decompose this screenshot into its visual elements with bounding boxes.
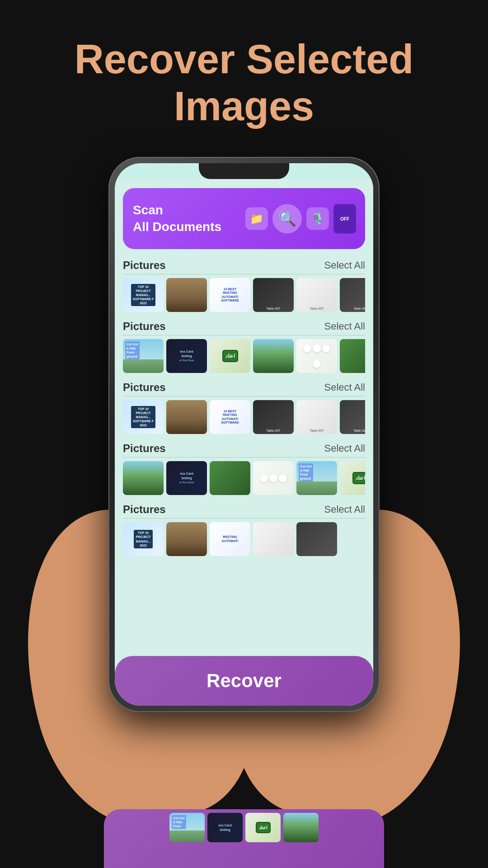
- bottom-thumb-2[interactable]: ess CardSetting: [207, 813, 243, 842]
- scan-banner[interactable]: Scan All Documents 📁 🔍 🎙️ OFF: [123, 188, 365, 249]
- phone-outer: Scan All Documents 📁 🔍 🎙️ OFF: [108, 157, 380, 712]
- section-1-select-all[interactable]: Select All: [324, 259, 366, 271]
- section-1-header: Pictures Select All: [123, 259, 365, 274]
- thumbnail-6[interactable]: Table-0W: [340, 278, 365, 312]
- thumbnail-2[interactable]: [166, 278, 207, 312]
- thumbnail-s3-4[interactable]: Table-00T: [253, 400, 294, 434]
- section-5-select-all[interactable]: Select All: [324, 504, 366, 515]
- thumbnail-cutout[interactable]: Cut Out& HairFromground: [123, 339, 164, 373]
- mic-icon: 🎙️: [306, 208, 329, 230]
- thumbnail-s4-4[interactable]: [253, 461, 294, 495]
- pictures-section-2: Pictures Select All Cut Out& HairFromgro…: [123, 320, 365, 373]
- recover-bar[interactable]: Recover: [115, 656, 373, 706]
- thumbnail-s5-5[interactable]: [296, 522, 337, 556]
- page-title: Recover Selected Images: [18, 36, 470, 130]
- pdf-icon: OFF: [333, 204, 356, 233]
- thumbnail-s4-6[interactable]: اعتاد: [340, 461, 365, 495]
- section-1-thumbnails: TOP 10PROJECTMANAG...SOFTWARE F2022: [123, 278, 365, 312]
- thumbnail-itad[interactable]: اعتاد: [210, 339, 250, 373]
- thumbnail-s3-3[interactable]: 10 BESTRKETINGAUTOMATISOFTWARE: [210, 400, 250, 434]
- section-1-title: Pictures: [123, 259, 166, 272]
- phone-screen: Scan All Documents 📁 🔍 🎙️ OFF: [115, 179, 373, 706]
- section-4-thumbnails: ess CardSettingof S/s/ flout: [123, 461, 365, 495]
- thumbnail-s4-3[interactable]: [210, 461, 250, 495]
- phone-inner: Scan All Documents 📁 🔍 🎙️ OFF: [115, 163, 373, 706]
- section-3-thumbnails: TOP 10PROJECTMANAG...SOFTWARE F2022 10 B…: [123, 400, 365, 434]
- bottom-thumb-4[interactable]: [283, 813, 319, 842]
- section-2-title: Pictures: [123, 320, 166, 333]
- folder-icon: 📁: [245, 208, 268, 230]
- thumbnail-s3-6[interactable]: Table-0W: [340, 400, 365, 434]
- phone-mockup: Scan All Documents 📁 🔍 🎙️ OFF: [108, 157, 380, 712]
- section-4-title: Pictures: [123, 442, 166, 455]
- thumbnail-green-mountain[interactable]: [253, 339, 294, 373]
- banner-text: Scan All Documents: [133, 202, 221, 235]
- pictures-section-3: Pictures Select All TOP 10PROJECTMANAG..…: [123, 381, 365, 434]
- page-background: Recover Selected Images Scan: [0, 0, 488, 868]
- section-2-header: Pictures Select All: [123, 320, 365, 335]
- thumbnail-s3-1[interactable]: TOP 10PROJECTMANAG...SOFTWARE F2022: [123, 400, 164, 434]
- banner-icons: 📁 🔍 🎙️ OFF: [245, 204, 356, 233]
- section-2-thumbnails: Cut Out& HairFromground ess CardSettingo…: [123, 339, 365, 373]
- section-3-header: Pictures Select All: [123, 381, 365, 396]
- recover-button-label: Recover: [206, 670, 282, 692]
- section-4-select-all[interactable]: Select All: [324, 443, 366, 454]
- section-5-title: Pictures: [123, 503, 166, 516]
- thumbnail-s5-4[interactable]: [253, 522, 294, 556]
- thumbnail-green-moss[interactable]: [340, 339, 365, 373]
- section-4-header: Pictures Select All: [123, 442, 365, 458]
- thumbnail-5[interactable]: Table-00T: [296, 278, 337, 312]
- thumbnail-s4-1[interactable]: [123, 461, 164, 495]
- pictures-section-5: Pictures Select All TOP 10PROJECTMANAG..…: [123, 503, 365, 556]
- section-5-thumbnails: TOP 10PROJECTMANAG...2022 RKETINGAUTOMAT…: [123, 522, 365, 556]
- thumbnail-s5-1[interactable]: TOP 10PROJECTMANAG...2022: [123, 522, 164, 556]
- thumbnail-s3-5[interactable]: Table-00T: [296, 400, 337, 434]
- section-5-header: Pictures Select All: [123, 503, 365, 519]
- section-3-select-all[interactable]: Select All: [324, 382, 366, 393]
- thumbnail-s4-2[interactable]: ess CardSettingof S/s/ flout: [166, 461, 207, 495]
- search-icon: 🔍: [272, 204, 302, 233]
- thumbnail-s5-3[interactable]: RKETINGAUTOMATI: [210, 522, 250, 556]
- screen-scroll: Scan All Documents 📁 🔍 🎙️ OFF: [115, 179, 373, 556]
- pictures-section-4: Pictures Select All: [123, 442, 365, 495]
- bottom-recover-bar: Cut Out& HairFrom ess CardSetting اعتاد: [104, 809, 384, 868]
- section-3-title: Pictures: [123, 381, 166, 394]
- thumbnail-s4-5[interactable]: Cut Out& HairFromground: [296, 461, 337, 495]
- thumbnail-s3-2[interactable]: [166, 400, 207, 434]
- bottom-thumb-1[interactable]: Cut Out& HairFrom: [169, 813, 205, 842]
- thumbnail-4[interactable]: Table-00T: [253, 278, 294, 312]
- thumbnail-card-setting[interactable]: ess CardSettingof S/s/ flout: [166, 339, 207, 373]
- pictures-section-1: Pictures Select All TOP 10PROJECTMANAG..…: [123, 259, 365, 312]
- phone-notch: [199, 163, 289, 179]
- thumbnail-white-flowers[interactable]: [296, 339, 337, 373]
- thumbnail-3[interactable]: 10 BESTRKETINGAUTOMATISOFTWARE: [210, 278, 250, 312]
- title-area: Recover Selected Images: [0, 0, 488, 148]
- bottom-thumb-3[interactable]: اعتاد: [245, 813, 281, 842]
- thumbnail-1[interactable]: TOP 10PROJECTMANAG...SOFTWARE F2022: [123, 278, 164, 312]
- thumbnail-s5-2[interactable]: [166, 522, 207, 556]
- section-2-select-all[interactable]: Select All: [324, 321, 366, 332]
